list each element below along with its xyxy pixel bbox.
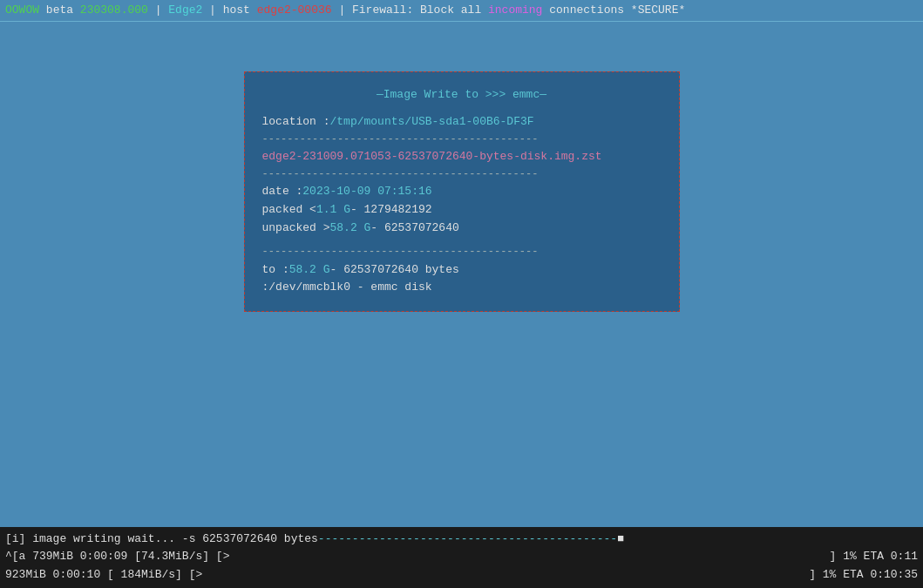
packed-row: packed < 1.1 G - 1279482192 [262,201,662,220]
location-value: /tmp/mounts/USB-sda1-00B6-DF3F [330,113,534,132]
terminal-line2-eta: ] 1% ETA 0:11 [830,548,918,566]
to-dev-row: : /dev/mmcblk0 - emmc disk [262,279,662,297]
location-label: location : [262,113,330,132]
to-row: to : 58.2 G - 62537072640 bytes [262,261,662,280]
host-label: host [223,3,257,17]
location-row: location : /tmp/mounts/USB-sda1-00B6-DF3… [262,113,662,132]
dialog-title: —Image Write to >>> emmc— [262,86,662,105]
host-value: edge2-00036 [257,3,332,17]
filename-row: edge2-231009.071053-62537072640-bytes-di… [262,148,662,166]
terminal-line1-prefix: [i] image writing wait... -s 62537072640… [5,532,318,545]
terminal-line2-text: ^[a 739MiB 0:00:09 [74.3MiB/s] [> [5,548,229,566]
firewall-incoming: incoming [488,3,542,17]
firewall-text: Firewall: Block all [352,3,488,17]
to-dev-value: /dev/mmcblk0 - emmc disk [268,279,431,297]
main-area: —Image Write to >>> emmc— location : /tm… [0,22,923,362]
terminal-line1-progress: ----------------------------------------… [318,532,617,545]
date-row: date : 2023-10-09 07:15:16 [262,183,662,201]
sep2: | [209,3,223,17]
version-label: beta [46,3,80,17]
divider-2: ----------------------------------------… [262,166,662,183]
divider-3: ----------------------------------------… [262,244,662,260]
top-bar: OOWOW beta 230308.000 | Edge2 | host edg… [0,0,923,21]
unpacked-label: unpacked > [262,220,330,238]
firewall-suffix: connections *SECURE* [549,3,685,17]
to-dev-label: : [262,279,269,297]
sep1: | [155,3,169,17]
packed-value: 1.1 G [316,201,350,220]
version-number: 230308.000 [80,3,148,17]
packed-label: packed < [262,201,316,220]
sep3: | [338,3,352,17]
terminal-area: [i] image writing wait... -s 62537072640… [0,527,923,588]
date-label: date : [262,183,303,201]
to-suffix: - 62537072640 bytes [330,261,459,280]
terminal-line-1: [i] image writing wait... -s 62537072640… [5,531,918,549]
terminal-line3-text: 923MiB 0:00:10 [ 184MiB/s] [> [5,566,202,585]
terminal-line-2: ^[a 739MiB 0:00:09 [74.3MiB/s] [> ] 1% E… [5,548,918,566]
brand-label: OOWOW [5,3,39,17]
to-label: to : [262,261,289,280]
terminal-line-3: 923MiB 0:00:10 [ 184MiB/s] [> ] 1% ETA 0… [5,566,918,585]
unpacked-value: 58.2 G [330,220,371,238]
product-label: Edge2 [168,3,202,17]
filename-value: edge2-231009.071053-62537072640-bytes-di… [262,150,602,163]
unpacked-row: unpacked > 58.2 G - 62537072640 [262,220,662,238]
unpacked-suffix: - 62537072640 [370,220,458,238]
divider-1: ----------------------------------------… [262,132,662,148]
to-value: 58.2 G [289,261,330,280]
terminal-line3-eta: ] 1% ETA 0:10:35 [809,566,918,585]
date-value: 2023-10-09 07:15:16 [302,183,431,201]
packed-suffix: - 1279482192 [350,201,432,220]
dialog-box: —Image Write to >>> emmc— location : /tm… [244,71,680,312]
